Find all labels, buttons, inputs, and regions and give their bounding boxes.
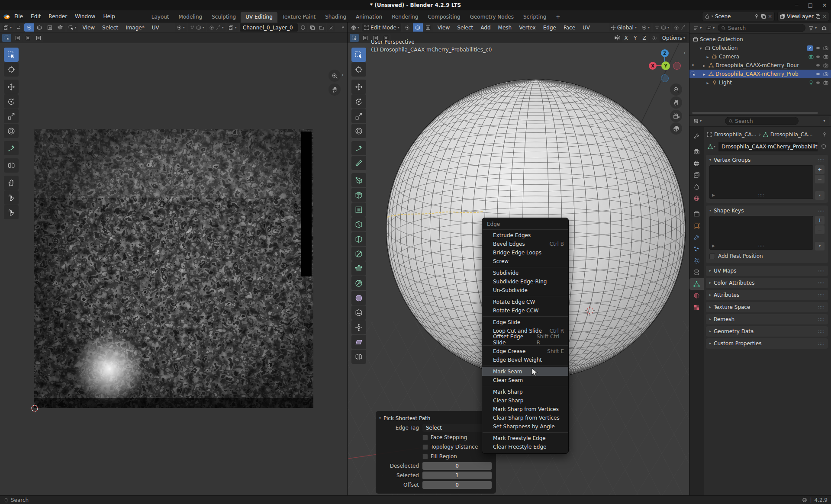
mirror-y-button[interactable]: Y bbox=[631, 34, 640, 42]
uv-tool-relax[interactable] bbox=[4, 190, 19, 205]
properties-tab-modifiers[interactable] bbox=[689, 231, 704, 243]
blender-logo-icon[interactable] bbox=[3, 13, 10, 20]
outliner-search[interactable] bbox=[718, 24, 805, 32]
transform-orientation-dropdown[interactable]: Global▾ bbox=[609, 23, 638, 32]
vp-tool-inset-faces[interactable] bbox=[351, 202, 366, 217]
add-rest-position-checkbox[interactable] bbox=[709, 254, 715, 259]
vp-tool-mode-extend[interactable] bbox=[360, 34, 370, 42]
panel-expand-arrow[interactable]: ▸ bbox=[709, 342, 711, 345]
menu-item-clear-seam[interactable]: Clear Seam bbox=[482, 376, 568, 385]
hide-eye-icon[interactable] bbox=[815, 54, 821, 59]
face-select-button[interactable] bbox=[423, 23, 433, 32]
menu-item-clear-freestyle-edge[interactable]: Clear Freestyle Edge bbox=[482, 443, 568, 451]
expand-arrow[interactable]: ▸ bbox=[705, 80, 710, 85]
panel-expand-arrow[interactable]: ▸ bbox=[709, 305, 711, 309]
hide-eye-icon[interactable] bbox=[815, 71, 821, 77]
workspace-tab-rendering[interactable]: Rendering bbox=[387, 12, 423, 22]
workspace-tab-geometry-nodes[interactable]: Geometry Nodes bbox=[465, 12, 519, 22]
properties-search[interactable] bbox=[725, 117, 799, 125]
uv-tool-cursor[interactable] bbox=[4, 62, 19, 77]
uv-image-browse-dropdown[interactable]: ▾ bbox=[227, 23, 238, 32]
panel-drag-handle[interactable]: ∷∷ bbox=[818, 329, 825, 334]
workspace-tab-layout[interactable]: Layout bbox=[147, 12, 174, 22]
vp-tool-scale[interactable] bbox=[351, 109, 366, 123]
vp-tool-mode-new[interactable] bbox=[350, 34, 359, 42]
pivot-point-dropdown[interactable]: ▾ bbox=[640, 23, 651, 32]
vp-tool-measure[interactable] bbox=[351, 156, 366, 170]
menu-item-mark-freestyle-edge[interactable]: Mark Freestyle Edge bbox=[482, 434, 568, 443]
panel-expand-arrow[interactable]: ▾ bbox=[709, 209, 711, 212]
menu-item-offset-edge-slide[interactable]: Offset Edge SlideShift Ctrl R bbox=[482, 335, 568, 344]
uv-select-edge-button[interactable] bbox=[35, 23, 45, 32]
vp-tool-shear[interactable] bbox=[351, 335, 366, 349]
hide-eye-icon[interactable] bbox=[815, 63, 821, 68]
viewport-perspective-toggle-button[interactable] bbox=[670, 122, 682, 135]
hide-eye-icon[interactable] bbox=[815, 45, 821, 51]
vp-tool-select-box[interactable] bbox=[351, 48, 366, 62]
uv-image-unlink-button[interactable] bbox=[327, 23, 335, 32]
mesh-name-field[interactable]: Drosophila_CAAX-mCherry_Probabilitie... bbox=[718, 142, 818, 151]
hide-eye-icon[interactable] bbox=[815, 80, 821, 85]
panel-expand-arrow[interactable]: ▸ bbox=[709, 293, 711, 297]
panel-drag-handle[interactable]: ∷∷ bbox=[818, 293, 825, 298]
viewport-options-dropdown[interactable]: Options▾ bbox=[660, 34, 687, 42]
properties-tab-texture[interactable] bbox=[689, 302, 704, 313]
uv-sync-selection-toggle[interactable] bbox=[15, 23, 23, 32]
remove-view-layer-icon[interactable]: × bbox=[822, 13, 827, 19]
properties-tab-output[interactable] bbox=[689, 157, 704, 169]
vp-menu-view[interactable]: View bbox=[435, 25, 453, 31]
shape-key-specials-dropdown[interactable]: ▾ bbox=[815, 242, 825, 250]
vertex-group-add-button[interactable]: + bbox=[815, 165, 825, 174]
edge-select-button[interactable] bbox=[413, 23, 423, 32]
panel-expand-arrow[interactable]: ▸ bbox=[709, 281, 711, 285]
expand-arrow[interactable]: ▸ bbox=[705, 55, 710, 59]
vp-tool-shrink-fatten[interactable] bbox=[351, 320, 366, 334]
vp-tool-rip-region[interactable] bbox=[351, 350, 366, 364]
panel-drag-handle[interactable]: ∷∷ bbox=[818, 305, 825, 310]
properties-tab-tool[interactable] bbox=[689, 130, 704, 142]
viewport-camera-view-button[interactable] bbox=[670, 110, 682, 122]
outliner-row-mesh-prob-selected[interactable]: ▸ Drosophila_CAAX-mCherry_Prob bbox=[689, 70, 831, 78]
uv-select-vertex-button[interactable] bbox=[24, 23, 34, 32]
properties-tab-object-data[interactable] bbox=[689, 278, 704, 290]
uv-tool-transform[interactable] bbox=[4, 124, 19, 138]
menu-item-edge-crease[interactable]: Edge CreaseShift E bbox=[482, 347, 568, 356]
uv-snap-dropdown[interactable]: ▾ bbox=[188, 23, 206, 32]
menu-file[interactable]: File bbox=[10, 12, 27, 21]
menu-render[interactable]: Render bbox=[45, 12, 71, 21]
uv-tool-select-box[interactable] bbox=[4, 48, 19, 62]
vp-tool-loop-cut[interactable] bbox=[351, 232, 366, 246]
vp-tool-add-cube[interactable] bbox=[351, 173, 366, 187]
deselected-value-field[interactable]: 0 bbox=[422, 462, 492, 470]
menu-item-edge-slide[interactable]: Edge Slide bbox=[482, 318, 568, 327]
vp-tool-rotate[interactable] bbox=[351, 94, 366, 109]
properties-search-input[interactable] bbox=[735, 118, 795, 124]
uv-image-name-field[interactable]: Channel_0_Layer_0 bbox=[240, 23, 298, 32]
properties-options-dropdown[interactable]: ▾ bbox=[820, 117, 829, 125]
panel-expand-arrow[interactable]: ▾ bbox=[709, 158, 711, 162]
outliner-filter-dropdown[interactable]: ▾ bbox=[705, 24, 716, 32]
panel-drag-handle[interactable]: ∷∷ bbox=[818, 158, 825, 163]
vp-menu-edge[interactable]: Edge bbox=[540, 25, 559, 31]
topology-distance-checkbox[interactable] bbox=[422, 444, 428, 450]
menu-item-set-sharpness-by-angle[interactable]: Set Sharpness by Angle bbox=[482, 422, 568, 431]
workspace-tab-animation[interactable]: Animation bbox=[351, 12, 387, 22]
vp-tool-knife[interactable] bbox=[351, 247, 366, 261]
panel-drag-handle[interactable]: ∷∷ bbox=[818, 317, 825, 322]
network-offline-icon[interactable] bbox=[802, 498, 807, 503]
uv-tool-mode-extend[interactable] bbox=[13, 34, 23, 42]
vertex-group-remove-button[interactable]: − bbox=[815, 175, 825, 183]
vp-tool-spin[interactable] bbox=[351, 276, 366, 290]
edge-tag-select-dropdown[interactable]: Select bbox=[422, 424, 492, 432]
properties-tab-view-layer[interactable] bbox=[689, 169, 704, 181]
vp-tool-smooth[interactable] bbox=[351, 291, 366, 305]
uv-menu-select[interactable]: Select bbox=[99, 25, 121, 31]
render-visibility-icon[interactable] bbox=[823, 80, 828, 85]
menu-item-extrude-edges[interactable]: Extrude Edges bbox=[482, 231, 568, 240]
outliner-row-mesh-bour[interactable]: • ▸ Drosophila_CAAX-mCherry_Bour bbox=[689, 61, 831, 70]
snap-base-button[interactable] bbox=[650, 34, 659, 42]
vertex-select-button[interactable] bbox=[403, 23, 412, 32]
menu-item-clear-sharp-from-vertices[interactable]: Clear Sharp from Vertices bbox=[482, 414, 568, 422]
properties-tab-scene[interactable] bbox=[689, 181, 704, 193]
selected-value-field[interactable]: 1 bbox=[422, 472, 492, 479]
